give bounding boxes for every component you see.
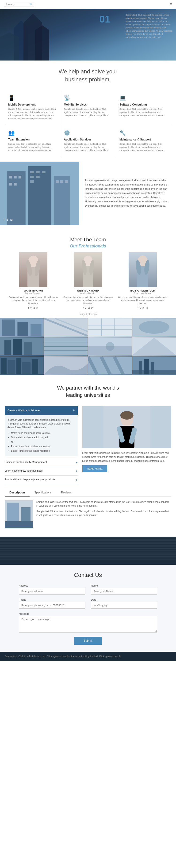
svg-rect-12 [14,183,17,186]
svg-rect-10 [19,176,21,179]
arch-section: f t ig Podcasting operational change man… [0,162,176,225]
svg-rect-15 [42,171,46,173]
instagram-icon[interactable]: ig [10,218,13,221]
svg-rect-17 [36,176,40,178]
search-bar[interactable]: 🔍 [4,2,34,7]
accordion-bullet-2: sit. [11,440,75,444]
member0-linkedin-icon[interactable]: in [36,307,38,309]
gallery-item-1 [0,318,43,337]
service-card-5[interactable]: 🔧 Maintenance & Support Sample text. Cli… [116,125,171,157]
member0-twitter-icon[interactable]: y [30,307,32,309]
member1-twitter-icon[interactable]: y [85,307,86,309]
services-grid: 📱 Mobile Development Click to $ Click ag… [5,90,171,157]
member2-facebook-icon[interactable]: f [138,307,138,309]
svg-rect-83 [82,406,104,448]
tab-specifications[interactable]: Specifications [30,489,56,496]
member2-instagram-icon[interactable]: ig [142,307,145,309]
service-icon-2: 💻 [119,95,168,101]
search-icon: 🔍 [29,3,33,6]
search-input[interactable] [6,3,29,6]
member1-facebook-icon[interactable]: f [83,307,84,309]
service-card-0[interactable]: 📱 Mobile Development Click to $ Click ag… [5,90,60,125]
team-social-0: f y ig in [7,307,59,309]
hero-text-block: Sample text. Click to select the text bo… [125,13,173,39]
right-column: Etiam erat velit scelerisque in dictum n… [82,406,172,484]
member1-instagram-icon[interactable]: ig [88,307,90,309]
svg-rect-21 [65,180,68,183]
arch-paragraph: Podcasting operational change management… [85,179,170,208]
contact-title: Contact Us [19,572,157,578]
gallery-item-10 [44,356,88,375]
service-card-3[interactable]: 👥 Team Extension Sample text. Click to s… [5,125,60,157]
name-label: Name [91,584,157,587]
service-title-0: Mobile Development [8,103,57,106]
accordion-item-2-header[interactable]: Practical tips to help you price your pr… [5,476,78,484]
accordion-item-2-label: Practical tips to help you price your pr… [5,478,55,482]
team-subheading: Our Professionals [5,244,171,249]
tagline-line1: We help and solve your [59,68,117,74]
service-card-2[interactable]: 💻 Software Consulting Sample text. Click… [116,90,171,125]
footer-hero [0,537,176,565]
submit-button[interactable]: Submit [74,637,101,645]
gallery-item-6 [44,337,88,356]
date-label: Date [91,598,157,601]
tab-content: Sample text. Click to select the text bo… [5,497,171,532]
member2-linkedin-icon[interactable]: in [146,307,148,309]
accordion-item-0-header[interactable]: Business Sustainability Management + [5,458,78,467]
svg-rect-84 [150,406,171,448]
accordion-item-1-header[interactable]: Learn how to grow your business + [5,467,78,475]
service-title-1: Mobility Services [64,103,112,106]
team-figure-1 [74,252,102,287]
svg-rect-64 [17,358,21,375]
tab-description[interactable]: Description [5,489,30,496]
accordion-item-1-plus-icon: + [76,469,78,473]
name-input[interactable] [91,588,157,594]
service-card-4[interactable]: ⚙️ Application Services Sample text. Cli… [60,125,116,157]
date-input[interactable] [91,602,157,609]
svg-rect-49 [4,340,11,355]
svg-point-82 [120,411,133,420]
tab-reviews[interactable]: Reviews [56,489,76,496]
address-label: Address [19,584,85,587]
svg-rect-9 [14,176,17,179]
tagline-heading: We help and solve your business problem. [5,67,171,83]
svg-marker-2 [35,25,49,61]
menu-icon[interactable]: ≡ [170,2,172,7]
partners-line1: We partner with the world's [57,385,119,391]
team-section: Meet The Team Our Professionals [0,229,176,252]
team-role-2: Experienced guide [117,292,169,294]
svg-rect-13 [30,171,34,173]
message-group: Message [19,612,157,633]
gallery-item-9 [0,356,43,375]
tagline-line2: business problem. [65,76,111,83]
gallery-item-11 [88,356,132,375]
gallery-item-7 [88,337,132,356]
service-title-4: Application Services [64,138,112,141]
accordion-item-1: Learn how to grow your business + [5,467,78,476]
accordion-column: Create a Webinar in Minutes + Incorsum v… [5,406,78,484]
service-card-1[interactable]: 📡 Mobility Services Sample text. Click t… [60,90,116,125]
read-more-button[interactable]: READ MORE [82,465,108,472]
member0-facebook-icon[interactable]: f [28,307,29,309]
team-social-1: f y ig in [62,307,114,309]
accordion-item-0-label: Business Sustainability Management [5,461,47,464]
gallery-item-2 [44,318,88,337]
service-icon-1: 📡 [64,95,112,101]
svg-rect-14 [36,171,40,173]
message-textarea[interactable] [19,616,157,632]
partners-line2: leading universities [66,392,110,398]
member0-instagram-icon[interactable]: ig [33,307,35,309]
twitter-icon[interactable]: t [7,218,8,221]
accordion-main-header[interactable]: Create a Webinar in Minutes + [5,406,78,415]
svg-rect-75 [144,359,149,374]
contact-form: Address Name Phone Date Message [19,584,157,633]
gallery-item-4 [133,318,176,337]
address-input[interactable] [19,588,85,594]
member2-twitter-icon[interactable]: y [140,307,141,309]
member1-linkedin-icon[interactable]: in [91,307,93,309]
phone-input[interactable] [19,602,85,609]
svg-rect-8 [9,176,12,179]
service-icon-0: 📱 [8,95,57,101]
svg-rect-11 [9,183,12,186]
facebook-icon[interactable]: f [3,218,4,221]
